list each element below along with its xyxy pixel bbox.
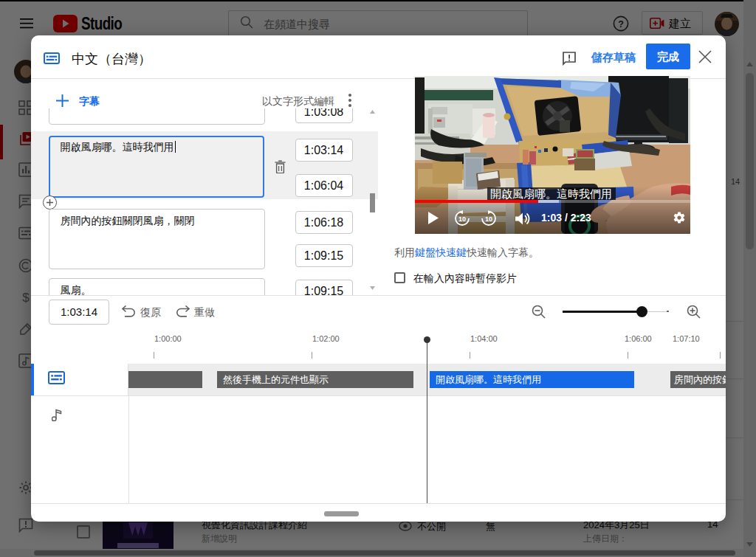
svg-text:10: 10 (485, 215, 492, 223)
svg-text:10: 10 (458, 215, 466, 223)
